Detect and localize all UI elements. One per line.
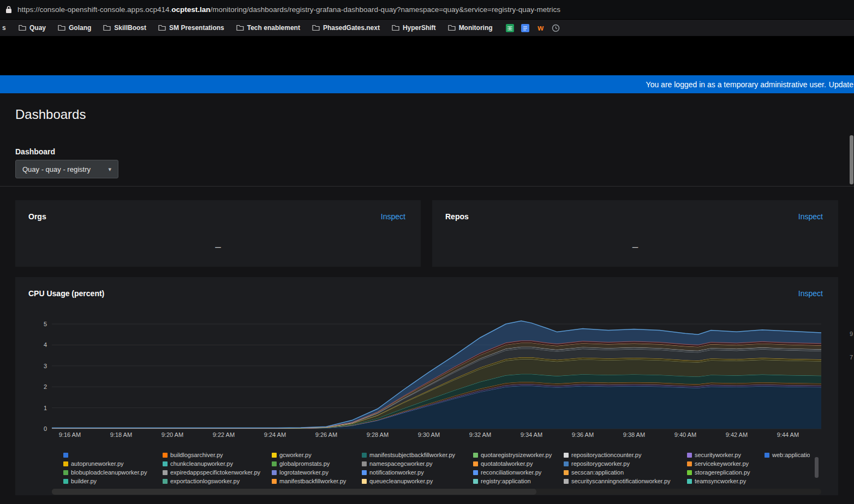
legend-item[interactable]: reconciliationworker.py [473, 468, 564, 477]
legend-swatch-icon [473, 470, 478, 475]
bookmark-golang[interactable]: Golang [58, 24, 91, 32]
legend-item[interactable]: storagereplication.py [687, 468, 765, 477]
bookmark-phasedgates-next[interactable]: PhasedGates.next [312, 24, 380, 32]
clock-bookmark-icon[interactable] [552, 23, 560, 32]
url-prefix: https://console-openshift-console.apps.o… [17, 5, 171, 14]
legend-swatch-icon [473, 461, 478, 466]
legend-item[interactable]: manifestsubjectbackfillworker.py [362, 451, 473, 459]
url-domain: ocptest.lan [171, 5, 210, 14]
legend-item[interactable]: queuecleanupworker.py [362, 477, 473, 485]
legend-item[interactable]: autopruneworker.py [63, 459, 163, 468]
legend-column: buildlogsarchiver.pychunkcleanupworker.p… [163, 451, 272, 489]
legend-column: repositoryactioncounter.pyrepositorygcwo… [564, 451, 687, 489]
legend-item[interactable]: securityworker.py [687, 451, 765, 459]
orgs-panel: Orgs Inspect – [15, 200, 421, 267]
legend-column: manifestsubjectbackfillworker.pynamespac… [362, 451, 473, 489]
legend-label: servicekeyworker.py [695, 460, 749, 467]
repos-value: – [432, 241, 838, 253]
legend-item[interactable]: globalpromstats.py [272, 459, 362, 468]
legend-swatch-icon [63, 470, 68, 475]
x-tick-label: 9:22 AM [213, 431, 235, 438]
legend-label: repositoryactioncounter.py [571, 452, 641, 458]
legend-column: web:application [765, 451, 810, 489]
legend-swatch-icon [564, 479, 569, 484]
screen: https://console-openshift-console.apps.o… [0, 0, 854, 504]
legend-item[interactable]: manifestbackfillworker.py [272, 477, 362, 485]
y-tick-label: 1 [44, 405, 47, 411]
legend-label: builder.py [71, 478, 97, 484]
legend-item[interactable]: notificationworker.py [362, 468, 473, 477]
legend-item[interactable]: teamsyncworker.py [687, 477, 765, 485]
legend-item[interactable]: quotaregistrysizeworker.py [473, 451, 564, 459]
w-bookmark-icon[interactable]: w [536, 23, 545, 32]
legend-swatch-icon [272, 461, 277, 466]
x-tick-label: 9:44 AM [777, 431, 799, 438]
legend-item[interactable]: repositoryactioncounter.py [564, 451, 687, 459]
clipped-bookmark-label[interactable]: s [2, 24, 7, 32]
bookmark-monitoring[interactable]: Monitoring [448, 24, 493, 32]
bookmark-quay[interactable]: Quay [19, 24, 46, 32]
bookmark-label: PhasedGates.next [323, 24, 380, 32]
legend-swatch-icon [272, 479, 277, 484]
y-tick-label: 5 [44, 321, 47, 327]
legend-swatch-icon [362, 461, 367, 466]
x-tick-label: 9:26 AM [315, 431, 337, 438]
cpu-usage-panel: CPU Usage (percent) Inspect 0123459:16 A… [15, 277, 838, 495]
sheets-bookmark-icon[interactable] [506, 23, 515, 32]
legend-label: manifestbackfillworker.py [279, 478, 346, 484]
legend-scrollbar[interactable] [815, 457, 819, 478]
browser-address-bar[interactable]: https://console-openshift-console.apps.o… [0, 0, 854, 20]
cpu-inspect-link[interactable]: Inspect [798, 289, 823, 298]
orgs-inspect-link[interactable]: Inspect [381, 212, 405, 221]
banner-update-link[interactable]: Update [829, 80, 853, 89]
legend-item[interactable]: chunkcleanupworker.py [163, 459, 272, 468]
legend-swatch-icon [163, 479, 168, 484]
dashboard-select[interactable]: Quay - quay - registry ▾ [15, 160, 118, 178]
legend-label: web:application [772, 452, 810, 458]
legend-label: queuecleanupworker.py [369, 478, 433, 484]
y-tick-label: 3 [44, 363, 47, 369]
legend-item[interactable]: gcworker.py [272, 451, 362, 459]
legend-column: quotaregistrysizeworker.pyquotatotalwork… [473, 451, 564, 489]
legend-item[interactable] [63, 451, 163, 459]
browser-chrome-gap [0, 36, 854, 75]
section-divider [0, 186, 854, 187]
legend-swatch-icon [63, 479, 68, 484]
legend-swatch-icon [564, 453, 569, 458]
legend-item[interactable]: namespacegcworker.py [362, 459, 473, 468]
bookmark-hypershift[interactable]: HyperShift [392, 24, 436, 32]
bookmark-icons: w [506, 23, 560, 32]
legend-item[interactable]: registry:application [473, 477, 564, 485]
legend-item[interactable]: repositorygcworker.py [564, 459, 687, 468]
repos-inspect-link[interactable]: Inspect [798, 212, 823, 221]
bookmark-skillboost[interactable]: SkillBoost [103, 24, 146, 32]
legend-item[interactable]: securityscanningnotificationworker.py [564, 477, 687, 485]
legend-label: autopruneworker.py [71, 460, 124, 467]
console-content: Dashboards Dashboard Quay - quay - regis… [0, 93, 854, 504]
legend-item[interactable]: expiredappspecifictokenworker.py [163, 468, 272, 477]
legend-item[interactable]: builder.py [63, 477, 163, 485]
legend-item[interactable]: blobuploadcleanupworker.py [63, 468, 163, 477]
legend-label: securityworker.py [695, 452, 741, 458]
legend-label: blobuploadcleanupworker.py [71, 469, 147, 476]
legend-item[interactable]: secscan:application [564, 468, 687, 477]
bookmark-tech-enablement[interactable]: Tech enablement [236, 24, 300, 32]
x-tick-label: 9:34 AM [521, 431, 542, 438]
chart-hscroll-thumb[interactable] [52, 489, 536, 495]
legend-label: secscan:application [571, 469, 624, 476]
legend-item[interactable]: buildlogsarchiver.py [163, 451, 272, 459]
legend-item[interactable]: logrotateworker.py [272, 468, 362, 477]
x-tick-label: 9:16 AM [59, 431, 81, 438]
legend-item[interactable]: servicekeyworker.py [687, 459, 765, 468]
legend-item[interactable]: web:application [765, 451, 810, 459]
docs-bookmark-icon[interactable] [521, 23, 530, 32]
cpu-panel-title: CPU Usage (percent) [28, 289, 104, 298]
page-scrollbar[interactable] [850, 135, 853, 184]
bookmark-sm-presentations[interactable]: SM Presentations [158, 24, 224, 32]
x-tick-label: 9:32 AM [469, 431, 491, 438]
legend-swatch-icon [473, 453, 478, 458]
legend-item[interactable]: quotatotalworker.py [473, 459, 564, 468]
legend-item[interactable]: exportactionlogsworker.py [163, 477, 272, 485]
legend-column: autopruneworker.pyblobuploadcleanupworke… [63, 451, 163, 489]
legend-swatch-icon [687, 479, 692, 484]
